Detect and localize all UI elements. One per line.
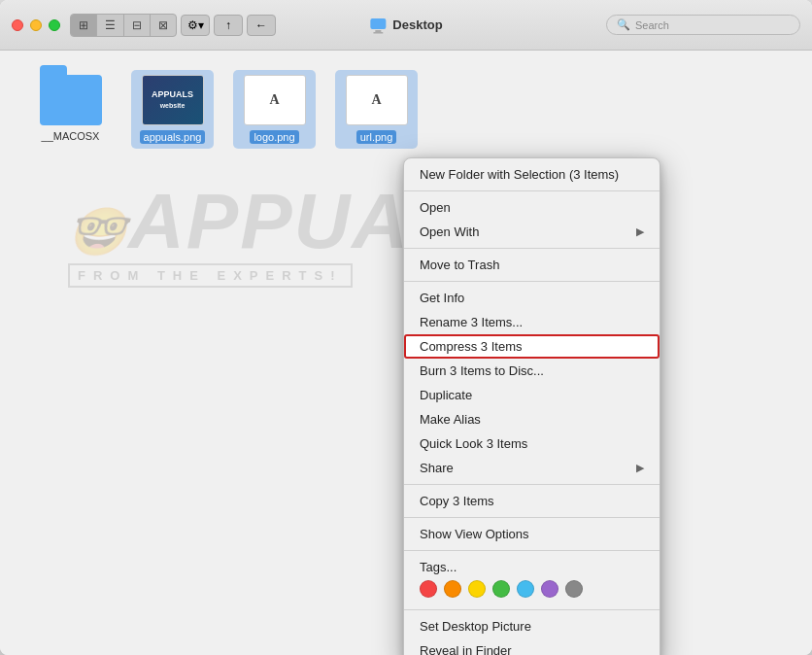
menu-item-new-folder[interactable]: New Folder with Selection (3 Items) [404, 162, 660, 187]
tag-orange[interactable] [444, 580, 461, 598]
file-label-appuals: appuals.png [140, 130, 206, 144]
menu-item-get-info-label: Get Info [420, 291, 464, 305]
menu-section-copy: Copy 3 Items [404, 485, 660, 518]
window-title-area: Desktop [369, 17, 442, 34]
view-column-button[interactable]: ⊟ [124, 15, 151, 36]
file-thumbnail-url: A [346, 75, 408, 125]
search-bar[interactable]: 🔍 Search [606, 15, 800, 35]
menu-item-duplicate-label: Duplicate [420, 388, 472, 402]
file-icon-appuals[interactable]: APPUALSwebsite appuals.png [131, 70, 214, 149]
action-button[interactable]: ⚙▾ [181, 15, 210, 36]
menu-item-reveal-finder[interactable]: Reveal in Finder [404, 638, 660, 655]
view-cover-button[interactable]: ⊠ [151, 15, 176, 36]
close-button[interactable] [12, 19, 23, 31]
view-list-button[interactable]: ☰ [97, 15, 124, 36]
menu-section-trash: Move to Trash [404, 249, 660, 282]
menu-item-rename-label: Rename 3 Items... [420, 315, 523, 329]
folder-shape [40, 75, 102, 125]
menu-section-tags: Tags... [404, 551, 660, 610]
menu-item-get-info[interactable]: Get Info [404, 286, 660, 310]
folder-label: __MACOSX [42, 130, 100, 142]
maximize-button[interactable] [49, 19, 60, 31]
thumb-content-url: A [347, 76, 407, 124]
menu-item-open-with[interactable]: Open With ▶ [404, 220, 660, 244]
tags-label[interactable]: Tags... [420, 560, 644, 574]
finder-window: ⊞ ☰ ⊟ ⊠ ⚙▾ ↑ ← Desktop 🔍 Search 🤓APPUALS [0, 0, 812, 655]
desktop-icon [369, 17, 387, 34]
file-icon-logo[interactable]: A logo.png [233, 70, 316, 149]
svg-rect-0 [370, 18, 386, 29]
file-thumbnail-appuals: APPUALSwebsite [142, 75, 204, 125]
thumb-content-logo: A [245, 76, 305, 124]
share-arrow: ▶ [636, 462, 644, 474]
file-label-url: url.png [356, 130, 397, 144]
menu-item-make-alias[interactable]: Make Alias [404, 407, 660, 431]
context-menu: New Folder with Selection (3 Items) Open… [403, 157, 660, 655]
menu-item-open[interactable]: Open [404, 195, 660, 220]
view-switcher: ⊞ ☰ ⊟ ⊠ [70, 14, 177, 37]
tag-green[interactable] [492, 580, 510, 598]
menu-item-compress-label: Compress 3 Items [420, 339, 522, 354]
menu-item-copy[interactable]: Copy 3 Items [404, 489, 660, 513]
desktop-icons: __MACOSX APPUALSwebsite appuals.png A [0, 51, 812, 168]
tag-purple[interactable] [541, 580, 558, 598]
open-with-arrow: ▶ [636, 225, 644, 238]
menu-item-quick-look[interactable]: Quick Look 3 Items [404, 431, 660, 456]
menu-item-make-alias-label: Make Alias [420, 412, 481, 427]
folder-icon-macosx[interactable]: __MACOSX [29, 70, 112, 149]
menu-item-rename[interactable]: Rename 3 Items... [404, 310, 660, 334]
menu-item-open-label: Open [420, 200, 451, 215]
menu-section-new-folder: New Folder with Selection (3 Items) [404, 158, 660, 191]
menu-item-share-label: Share [420, 461, 454, 475]
menu-item-open-with-label: Open With [420, 224, 479, 239]
svg-rect-2 [373, 32, 383, 34]
menu-item-set-desktop[interactable]: Set Desktop Picture [404, 614, 660, 638]
search-placeholder: Search [635, 19, 669, 31]
menu-item-view-options[interactable]: Show View Options [404, 522, 660, 546]
menu-item-copy-label: Copy 3 Items [420, 494, 494, 508]
menu-item-compress[interactable]: Compress 3 Items [404, 334, 660, 359]
back-button[interactable]: ← [247, 15, 276, 36]
menu-section-view: Show View Options [404, 518, 660, 551]
file-thumbnail-logo: A [244, 75, 306, 125]
thumb-content-appuals: APPUALSwebsite [143, 76, 203, 124]
menu-section-open: Open Open With ▶ [404, 191, 660, 249]
menu-item-reveal-finder-label: Reveal in Finder [420, 643, 512, 655]
title-bar: ⊞ ☰ ⊟ ⊠ ⚙▾ ↑ ← Desktop 🔍 Search [0, 0, 812, 51]
file-icon-url[interactable]: A url.png [335, 70, 418, 149]
minimize-button[interactable] [30, 19, 42, 31]
tags-dots [420, 580, 644, 598]
menu-item-new-folder-label: New Folder with Selection (3 Items) [420, 167, 619, 182]
tags-section: Tags... [404, 555, 660, 605]
search-icon: 🔍 [617, 18, 630, 31]
file-label-logo: logo.png [250, 130, 298, 144]
menu-item-view-options-label: Show View Options [420, 527, 529, 541]
share-button[interactable]: ↑ [214, 15, 243, 36]
menu-item-duplicate[interactable]: Duplicate [404, 383, 660, 407]
menu-item-share[interactable]: Share ▶ [404, 456, 660, 480]
menu-item-burn-label: Burn 3 Items to Disc... [420, 363, 544, 378]
watermark-sub: FROM THE EXPERTS! [68, 263, 353, 288]
menu-section-info: Get Info Rename 3 Items... Compress 3 It… [404, 282, 660, 485]
svg-rect-1 [375, 30, 381, 32]
window-title: Desktop [392, 17, 442, 32]
menu-item-burn[interactable]: Burn 3 Items to Disc... [404, 359, 660, 383]
menu-item-trash[interactable]: Move to Trash [404, 253, 660, 277]
menu-item-set-desktop-label: Set Desktop Picture [420, 619, 531, 634]
tag-blue[interactable] [517, 580, 534, 598]
tag-gray[interactable] [565, 580, 583, 598]
view-icon-button[interactable]: ⊞ [71, 15, 97, 36]
traffic-lights [12, 19, 60, 31]
menu-item-trash-label: Move to Trash [420, 258, 499, 272]
menu-section-desktop: Set Desktop Picture Reveal in Finder [404, 610, 660, 655]
tag-red[interactable] [420, 580, 437, 598]
content-area: 🤓APPUALS FROM THE EXPERTS! __MACOSX APPU… [0, 51, 812, 655]
menu-item-quick-look-label: Quick Look 3 Items [420, 436, 527, 451]
tag-yellow[interactable] [468, 580, 486, 598]
